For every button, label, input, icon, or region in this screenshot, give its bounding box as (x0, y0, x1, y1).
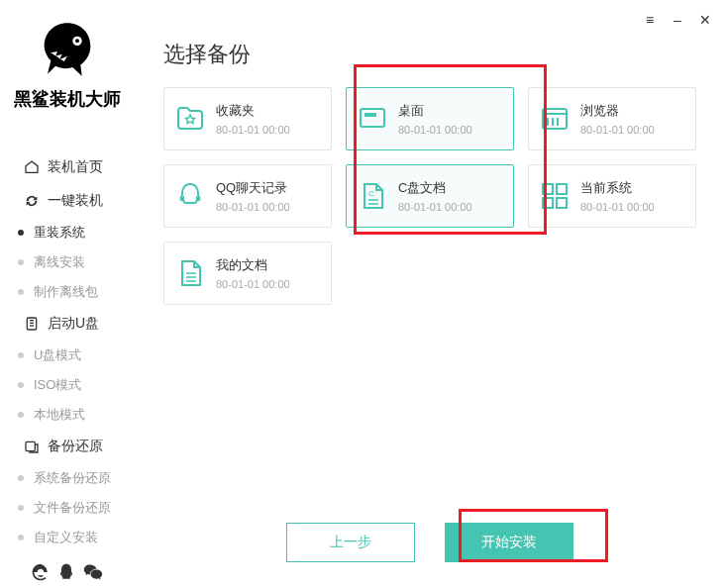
card-title: 我的文档 (216, 256, 321, 274)
browser-icon (539, 103, 570, 135)
restore-icon (24, 439, 40, 454)
sidebar: 黑鲨装机大师 装机首页一键装机重装系统离线安装制作离线包启动U盘U盘模式ISO模… (0, 0, 134, 588)
close-button[interactable]: ✕ (698, 12, 712, 28)
nav-group-label: 一键装机 (48, 192, 103, 210)
desktop-icon (357, 103, 388, 135)
card-title: 收藏夹 (216, 102, 321, 120)
page-title: 选择备份 (163, 40, 696, 69)
nav-item[interactable]: 制作离线包 (0, 277, 134, 307)
card-text: QQ聊天记录80-01-01 00:00 (216, 179, 321, 213)
card-text: 收藏夹80-01-01 00:00 (216, 102, 321, 136)
nav-group-label: 备份还原 (48, 438, 103, 455)
card-timestamp: 80-01-01 00:00 (216, 124, 321, 136)
footer-icons (0, 552, 134, 588)
card-timestamp: 80-01-01 00:00 (580, 201, 685, 213)
nav-item-label: U盘模式 (34, 346, 81, 364)
card-timestamp: 80-01-01 00:00 (398, 124, 503, 136)
qq-icon (174, 180, 206, 212)
svg-rect-6 (26, 441, 35, 450)
nav-group-usb[interactable]: 启动U盘 (0, 307, 134, 341)
card-title: C盘文档 (398, 179, 503, 197)
start-install-button[interactable]: 开始安装 (445, 523, 573, 562)
backup-card-doc[interactable]: 我的文档80-01-01 00:00 (163, 242, 332, 305)
home-icon (24, 159, 40, 175)
card-timestamp: 80-01-01 00:00 (398, 201, 503, 213)
svg-rect-9 (543, 109, 567, 129)
window-controls: ≡ – ✕ (643, 12, 712, 28)
card-title: 桌面 (398, 102, 503, 120)
svg-rect-18 (557, 184, 567, 194)
backup-card-desktop[interactable]: 桌面80-01-01 00:00 (346, 87, 514, 150)
backup-card-qq[interactable]: QQ聊天记录80-01-01 00:00 (163, 164, 332, 228)
nav-item[interactable]: 系统备份还原 (0, 463, 134, 493)
card-title: 当前系统 (580, 179, 685, 197)
nav-group-home[interactable]: 装机首页 (0, 150, 134, 184)
nav-group-label: 启动U盘 (48, 315, 99, 333)
card-text: C盘文档80-01-01 00:00 (398, 179, 503, 213)
nav-item-label: ISO模式 (34, 376, 81, 394)
backup-card-system[interactable]: 当前系统80-01-01 00:00 (528, 164, 696, 228)
svg-point-1 (75, 39, 79, 43)
usb-icon (24, 316, 40, 332)
cycle-icon (24, 193, 40, 209)
backup-card-browser[interactable]: 浏览器80-01-01 00:00 (528, 87, 696, 150)
doc-icon (174, 257, 206, 289)
minimize-button[interactable]: – (671, 12, 684, 28)
card-timestamp: 80-01-01 00:00 (216, 278, 321, 290)
logo-area: 黑鲨装机大师 (0, 0, 134, 121)
card-text: 当前系统80-01-01 00:00 (580, 179, 685, 213)
menu-button[interactable]: ≡ (643, 12, 657, 28)
nav-group-cycle[interactable]: 一键装机 (0, 184, 134, 218)
svg-text:C:: C: (368, 189, 376, 198)
nav-item-label: 制作离线包 (34, 283, 98, 301)
shark-logo-icon (33, 20, 102, 79)
card-timestamp: 80-01-01 00:00 (580, 124, 685, 136)
nav-item-label: 文件备份还原 (34, 499, 111, 517)
backup-grid: 收藏夹80-01-01 00:00桌面80-01-01 00:00浏览器80-0… (163, 87, 696, 305)
backup-card-cdoc[interactable]: C:C盘文档80-01-01 00:00 (346, 164, 514, 228)
wechat-icon[interactable] (83, 562, 103, 582)
nav-item[interactable]: 重装系统 (0, 218, 134, 247)
nav-item[interactable]: 文件备份还原 (0, 493, 134, 523)
card-title: QQ聊天记录 (216, 179, 321, 197)
system-icon (539, 180, 570, 212)
card-text: 桌面80-01-01 00:00 (398, 102, 503, 136)
nav-group-label: 装机首页 (48, 158, 103, 176)
prev-button[interactable]: 上一步 (286, 523, 415, 562)
nav-item[interactable]: U盘模式 (0, 341, 134, 370)
svg-rect-19 (543, 198, 553, 208)
nav: 装机首页一键装机重装系统离线安装制作离线包启动U盘U盘模式ISO模式本地模式备份… (0, 150, 134, 552)
nav-item[interactable]: 本地模式 (0, 400, 134, 430)
nav-item[interactable]: ISO模式 (0, 370, 134, 400)
nav-item[interactable]: 自定义安装 (0, 523, 134, 552)
card-timestamp: 80-01-01 00:00 (216, 201, 321, 213)
app-title: 黑鲨装机大师 (0, 87, 134, 111)
nav-item-label: 离线安装 (34, 253, 85, 271)
card-text: 我的文档80-01-01 00:00 (216, 256, 321, 290)
svg-rect-20 (557, 198, 567, 208)
svg-rect-17 (543, 184, 553, 194)
nav-group-restore[interactable]: 备份还原 (0, 430, 134, 463)
cdoc-icon: C: (357, 180, 388, 212)
svg-rect-7 (361, 109, 384, 127)
nav-item-label: 系统备份还原 (34, 469, 111, 487)
button-row: 上一步 开始安装 (134, 523, 726, 562)
nav-item-label: 重装系统 (34, 224, 85, 242)
main-content: ≡ – ✕ 选择备份 收藏夹80-01-01 00:00桌面80-01-01 0… (134, 0, 726, 588)
star-icon (174, 103, 206, 135)
qq-icon[interactable] (56, 562, 76, 582)
svg-rect-8 (364, 113, 376, 117)
nav-item[interactable]: 离线安装 (0, 247, 134, 277)
backup-card-star[interactable]: 收藏夹80-01-01 00:00 (163, 87, 332, 150)
nav-item-label: 本地模式 (34, 406, 85, 424)
nav-item-label: 自定义安装 (34, 529, 98, 546)
card-text: 浏览器80-01-01 00:00 (580, 102, 685, 136)
card-title: 浏览器 (580, 102, 685, 120)
ie-icon[interactable] (31, 562, 51, 582)
